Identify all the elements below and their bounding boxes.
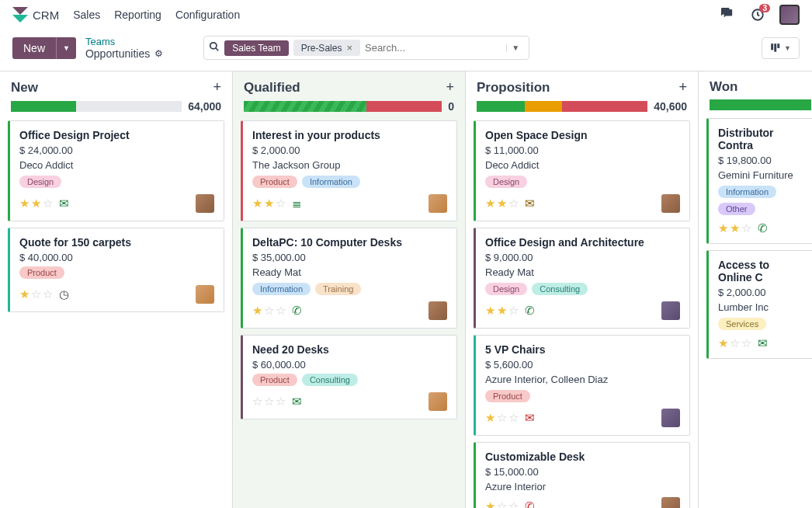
column-proposition: Proposition + 40,600 Open Space Design $… <box>466 71 699 508</box>
phone-icon[interactable]: ✆ <box>758 221 768 235</box>
search-dropdown-icon[interactable]: ▼ <box>506 43 524 52</box>
phone-icon[interactable]: ✆ <box>525 304 535 318</box>
chip-remove-icon[interactable]: × <box>346 42 352 54</box>
bars-icon[interactable]: ≣ <box>292 197 302 211</box>
column-sum: 64,000 <box>188 100 221 113</box>
kanban-card[interactable]: Access to Online C $ 2,000.00 Lumber Inc… <box>706 250 812 359</box>
priority-stars[interactable]: ★★☆✆ <box>718 221 768 235</box>
tag-consulting[interactable]: Consulting <box>302 374 358 386</box>
tag-information[interactable]: Information <box>252 283 311 295</box>
phone-icon[interactable]: ✆ <box>292 304 302 318</box>
priority-stars[interactable]: ★★☆≣ <box>252 197 302 211</box>
column-progress-bar[interactable] <box>710 99 811 110</box>
column-progress-bar[interactable] <box>244 101 442 112</box>
assignee-avatar[interactable] <box>196 285 214 304</box>
card-title: Office Design Project <box>19 129 214 141</box>
search-input[interactable] <box>365 42 498 54</box>
column-progress-bar[interactable] <box>11 101 182 112</box>
new-button-group: New ▼ <box>12 37 76 59</box>
tag-services[interactable]: Services <box>718 318 766 330</box>
kanban-card[interactable]: 5 VP Chairs $ 5,600.00 Azure Interior, C… <box>474 335 690 436</box>
tag-product[interactable]: Product <box>252 374 297 386</box>
priority-stars[interactable]: ★☆☆✉ <box>485 411 535 425</box>
kanban-card[interactable]: DeltaPC: 10 Computer Desks $ 35,000.00 R… <box>241 228 457 329</box>
priority-stars[interactable]: ★☆☆✆ <box>252 304 302 318</box>
messages-icon[interactable] <box>720 7 736 23</box>
assignee-avatar[interactable] <box>429 194 447 213</box>
phone-icon[interactable]: ✆ <box>525 499 535 508</box>
mail-icon[interactable]: ✉ <box>525 197 535 211</box>
column-qualified: Qualified + 0 Interest in your products … <box>233 71 466 508</box>
mail-icon[interactable]: ✉ <box>758 336 768 350</box>
mail-icon[interactable]: ✉ <box>59 197 69 211</box>
app-logo[interactable]: CRM <box>12 7 59 23</box>
assignee-avatar[interactable] <box>429 392 447 411</box>
tag-design[interactable]: Design <box>19 176 61 188</box>
priority-stars[interactable]: ★☆☆◷ <box>19 287 69 301</box>
svg-point-1 <box>210 43 217 49</box>
kanban-card[interactable]: Office Design Project $ 24,000.00 Deco A… <box>8 120 224 221</box>
priority-stars[interactable]: ★★☆✆ <box>485 304 535 318</box>
column-add-icon[interactable]: + <box>213 79 221 96</box>
nav-reporting[interactable]: Reporting <box>114 9 161 21</box>
kanban-board: New + 64,000 Office Design Project $ 24,… <box>0 71 812 508</box>
priority-stars[interactable]: ☆☆☆✉ <box>252 395 302 409</box>
priority-stars[interactable]: ★★☆✉ <box>19 197 69 211</box>
kanban-card[interactable]: Distributor Contra $ 19,800.00 Gemini Fu… <box>706 118 812 244</box>
assignee-avatar[interactable] <box>661 497 680 508</box>
tag-product[interactable]: Product <box>485 390 530 402</box>
filter-chip-pre-sales[interactable]: Pre-Sales × <box>293 40 360 56</box>
card-title: 5 VP Chairs <box>485 343 680 356</box>
card-title: Quote for 150 carpets <box>19 236 214 249</box>
column-progress-bar[interactable] <box>477 101 647 112</box>
view-switcher[interactable]: ▼ <box>762 37 800 59</box>
assignee-avatar[interactable] <box>661 301 680 320</box>
priority-stars[interactable]: ★☆☆✆ <box>485 499 535 508</box>
tag-design[interactable]: Design <box>485 283 527 295</box>
nav-configuration[interactable]: Configuration <box>175 9 240 21</box>
priority-stars[interactable]: ★☆☆✉ <box>718 336 768 350</box>
tag-information[interactable]: Information <box>718 186 776 198</box>
assignee-avatar[interactable] <box>661 194 680 213</box>
kanban-card[interactable]: Interest in your products $ 2,000.00 The… <box>241 120 457 221</box>
column-title[interactable]: New <box>11 80 38 96</box>
breadcrumb: Teams Opportunities ⚙ <box>85 36 163 60</box>
kanban-card[interactable]: Need 20 Desks $ 60,000.00 ProductConsult… <box>241 335 457 419</box>
tag-information[interactable]: Information <box>302 176 360 188</box>
tag-product[interactable]: Product <box>252 176 297 188</box>
tag-design[interactable]: Design <box>485 176 527 188</box>
kanban-card[interactable]: Open Space Design $ 11,000.00 Deco Addic… <box>474 120 690 221</box>
column-title[interactable]: Proposition <box>477 80 550 96</box>
kanban-card[interactable]: Quote for 150 carpets $ 40,000.00 Produc… <box>8 228 224 312</box>
column-title[interactable]: Won <box>710 79 738 95</box>
kanban-card[interactable]: Office Design and Architecture $ 9,000.0… <box>474 228 690 329</box>
user-avatar[interactable] <box>779 5 800 25</box>
column-title[interactable]: Qualified <box>244 80 300 96</box>
assignee-avatar[interactable] <box>661 409 680 427</box>
priority-stars[interactable]: ★★☆✉ <box>485 197 535 211</box>
assignee-avatar[interactable] <box>429 301 447 320</box>
column-add-icon[interactable]: + <box>446 79 454 96</box>
filter-chip-sales-team[interactable]: Sales Team <box>224 40 288 56</box>
card-amount: $ 60,000.00 <box>252 359 447 371</box>
clock-icon[interactable]: ◷ <box>59 287 69 301</box>
column-add-icon[interactable]: + <box>678 79 687 96</box>
breadcrumb-teams[interactable]: Teams <box>85 36 163 47</box>
tag-product[interactable]: Product <box>19 266 64 279</box>
new-button-dropdown[interactable]: ▼ <box>56 37 76 59</box>
nav-sales[interactable]: Sales <box>73 9 100 21</box>
mail-icon[interactable]: ✉ <box>525 411 535 425</box>
svg-rect-5 <box>777 43 779 48</box>
card-title: Access to Online C <box>718 259 804 284</box>
mail-icon[interactable]: ✉ <box>292 395 302 409</box>
activity-icon[interactable]: 3 <box>750 7 765 23</box>
new-button[interactable]: New <box>12 37 56 59</box>
search-box[interactable]: Sales Team Pre-Sales × ▼ <box>203 36 529 60</box>
tag-training[interactable]: Training <box>315 283 361 295</box>
chip-label: Pre-Sales <box>301 43 342 54</box>
gear-icon[interactable]: ⚙ <box>154 48 163 59</box>
kanban-card[interactable]: Customizable Desk $ 15,000.00 Azure Inte… <box>474 442 690 508</box>
assignee-avatar[interactable] <box>196 194 214 213</box>
tag-consulting[interactable]: Consulting <box>532 283 588 295</box>
tag-other[interactable]: Other <box>718 203 755 215</box>
